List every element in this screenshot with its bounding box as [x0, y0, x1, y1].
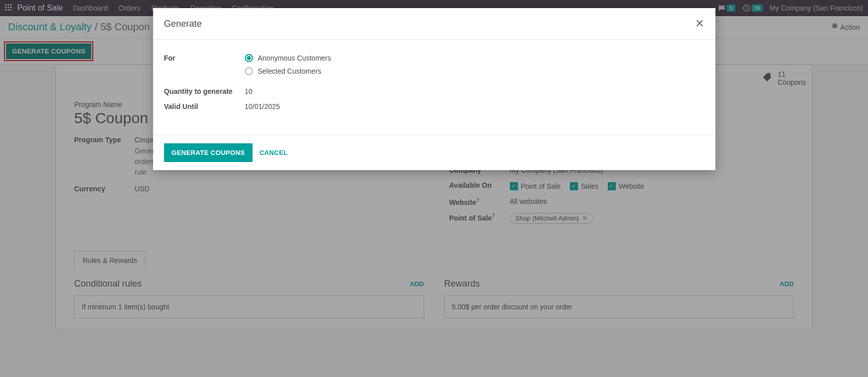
- close-icon[interactable]: ✕: [695, 17, 704, 30]
- cancel-button[interactable]: CANCEL: [259, 149, 287, 156]
- radio-anonymous[interactable]: Anonymous Customers: [245, 54, 331, 62]
- for-label: For: [164, 54, 245, 62]
- generate-coupons-submit[interactable]: GENERATE COUPONS: [164, 143, 252, 162]
- valid-label: Valid Until: [164, 102, 245, 111]
- qty-value[interactable]: 10: [245, 87, 253, 95]
- generate-modal: Generate ✕ For Anonymous Customers Selec…: [153, 8, 715, 170]
- radio-icon: [245, 54, 253, 62]
- modal-title: Generate: [164, 19, 202, 29]
- qty-label: Quantity to generate: [164, 87, 245, 95]
- radio-icon: [245, 67, 253, 75]
- valid-value[interactable]: 10/01/2025: [245, 102, 280, 111]
- radio-selected[interactable]: Selected Customers: [245, 67, 331, 75]
